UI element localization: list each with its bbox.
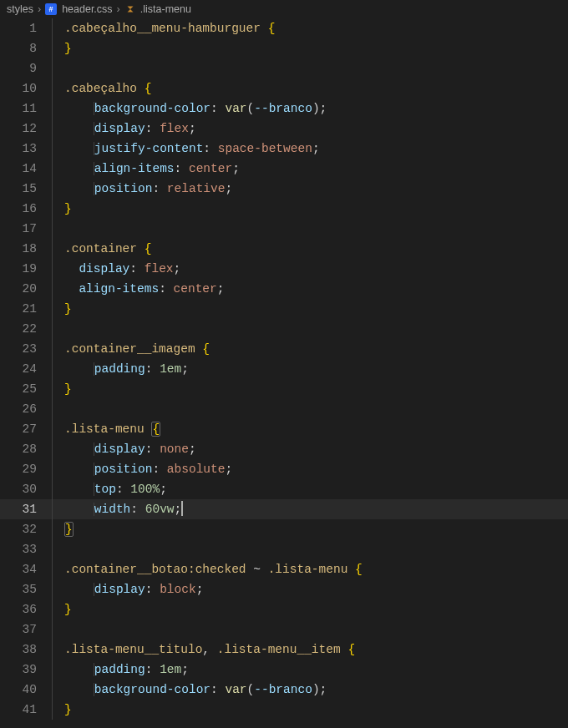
code-line[interactable]: 12 display: flex; (0, 119, 568, 139)
code-line[interactable]: 24 padding: 1em; (0, 359, 568, 379)
code-line[interactable]: 38.lista-menu__titulo, .lista-menu__item… (0, 640, 568, 660)
line-number: 38 (0, 640, 52, 660)
code-content[interactable]: top: 100%; (53, 479, 167, 499)
code-line[interactable]: 33 (0, 539, 568, 559)
code-line[interactable]: 21} (0, 299, 568, 319)
token-punc: ; (225, 182, 232, 195)
code-line[interactable]: 9 (0, 58, 568, 78)
token-punc: ; (160, 483, 167, 496)
chevron-right-icon: › (38, 3, 41, 15)
code-line[interactable]: 22 (0, 319, 568, 339)
token-punc: : (175, 162, 182, 175)
code-content[interactable]: } (53, 38, 72, 58)
code-line[interactable]: 31 width: 60vw; (0, 499, 568, 519)
token-sel: .lista-menu__item (217, 643, 341, 656)
token-punc: ; (175, 503, 182, 516)
code-content[interactable]: .container__imagem { (53, 339, 210, 359)
fold-guide (52, 219, 53, 239)
code-content[interactable]: } (53, 519, 74, 539)
line-number: 40 (0, 680, 52, 700)
token-punc: : (210, 683, 218, 696)
code-content[interactable]: display: none; (53, 439, 196, 459)
code-line[interactable]: 8} (0, 38, 568, 58)
breadcrumb-file[interactable]: header.css (62, 3, 112, 15)
token-prop: padding (94, 663, 145, 676)
line-number: 1 (0, 18, 52, 38)
code-line[interactable]: 18.container { (0, 239, 568, 259)
code-content[interactable]: display: flex; (53, 119, 196, 139)
code-content[interactable]: position: relative; (53, 179, 232, 199)
code-line[interactable]: 36} (0, 599, 568, 619)
code-line[interactable]: 27.lista-menu { (0, 419, 568, 439)
token-punc: : (145, 442, 153, 456)
code-content[interactable]: padding: 1em; (53, 359, 189, 379)
code-line[interactable]: 39 padding: 1em; (0, 660, 568, 680)
code-content[interactable]: .cabeçalho__menu-hamburguer { (53, 18, 275, 38)
code-line[interactable]: 17 (0, 219, 568, 239)
code-content[interactable]: } (53, 299, 72, 319)
code-content[interactable]: align-items: center; (53, 159, 240, 179)
token-punc: ~ (253, 563, 261, 576)
token-brace: } (64, 382, 72, 396)
code-content[interactable]: } (53, 379, 72, 399)
token-punc: : (116, 483, 124, 496)
code-line[interactable]: 1.cabeçalho__menu-hamburguer { (0, 18, 568, 38)
line-number: 25 (0, 379, 52, 399)
token-sel: .container (64, 242, 137, 255)
code-content[interactable]: } (53, 199, 72, 219)
code-editor[interactable]: 1.cabeçalho__menu-hamburguer {8}910.cabe… (0, 18, 568, 720)
token-sel: .lista-menu (268, 563, 348, 576)
code-line[interactable]: 40 background-color: var(--branco); (0, 680, 568, 700)
code-line[interactable]: 23.container__imagem { (0, 339, 568, 359)
code-line[interactable]: 37 (0, 619, 568, 640)
code-line[interactable]: 13 justify-content: space-between; (0, 139, 568, 159)
code-content[interactable]: .lista-menu__titulo, .lista-menu__item { (53, 640, 355, 660)
code-content[interactable]: } (53, 599, 72, 619)
breadcrumb[interactable]: styles › # header.css › .lista-menu (0, 0, 568, 18)
line-number: 19 (0, 259, 52, 279)
code-line[interactable]: 30 top: 100%; (0, 479, 568, 499)
code-content[interactable]: .container__botao:checked ~ .lista-menu … (53, 559, 363, 579)
token-val: block (160, 583, 196, 596)
code-content[interactable]: padding: 1em; (53, 660, 189, 680)
code-content[interactable]: background-color: var(--branco); (53, 680, 327, 700)
code-line[interactable]: 25} (0, 379, 568, 399)
code-content[interactable]: justify-content: space-between; (53, 139, 320, 159)
code-content[interactable]: .container { (53, 239, 151, 259)
code-line[interactable]: 19 display: flex; (0, 259, 568, 279)
breadcrumb-symbol[interactable]: .lista-menu (140, 3, 191, 15)
token-punc: ; (189, 442, 196, 456)
code-line[interactable]: 34.container__botao:checked ~ .lista-men… (0, 559, 568, 579)
code-content[interactable]: display: flex; (53, 259, 180, 279)
line-number: 17 (0, 219, 52, 239)
code-line[interactable]: 11 background-color: var(--branco); (0, 99, 568, 119)
token-func: var (225, 102, 246, 115)
chevron-right-icon: › (117, 3, 120, 15)
code-content[interactable]: position: absolute; (53, 459, 232, 479)
line-number: 22 (0, 319, 52, 339)
code-line[interactable]: 14 align-items: center; (0, 159, 568, 179)
code-line[interactable]: 20 align-items: center; (0, 279, 568, 299)
code-content[interactable]: background-color: var(--branco); (53, 99, 327, 119)
token-num: 100% (130, 483, 160, 496)
code-content[interactable]: } (53, 700, 72, 720)
token-var: --branco (254, 683, 312, 696)
code-line[interactable]: 35 display: block; (0, 579, 568, 599)
code-line[interactable]: 41} (0, 700, 568, 720)
line-number: 39 (0, 660, 52, 680)
token-punc: : (159, 282, 166, 296)
token-prop: position (94, 463, 153, 476)
breadcrumb-folder[interactable]: styles (7, 3, 33, 15)
code-line[interactable]: 29 position: absolute; (0, 459, 568, 479)
code-content[interactable]: align-items: center; (53, 279, 224, 299)
code-line[interactable]: 15 position: relative; (0, 179, 568, 199)
code-line[interactable]: 16} (0, 199, 568, 219)
code-line[interactable]: 32} (0, 519, 568, 539)
code-content[interactable]: display: block; (53, 579, 203, 599)
code-line[interactable]: 26 (0, 399, 568, 419)
code-line[interactable]: 10.cabeçalho { (0, 78, 568, 99)
code-content[interactable]: .lista-menu { (53, 419, 160, 439)
code-content[interactable]: .cabeçalho { (53, 78, 151, 99)
code-content[interactable]: width: 60vw; (53, 499, 183, 519)
code-line[interactable]: 28 display: none; (0, 439, 568, 459)
